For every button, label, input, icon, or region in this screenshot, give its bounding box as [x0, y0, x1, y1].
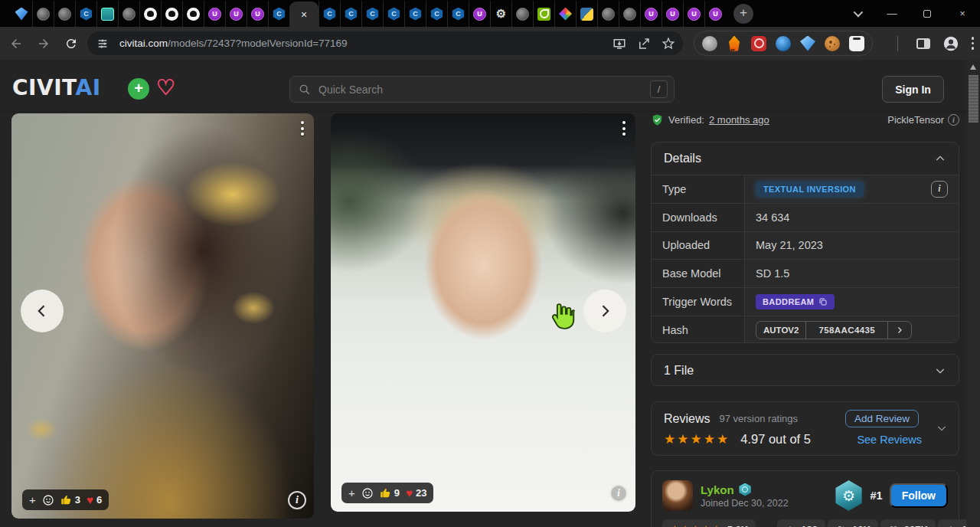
follow-button[interactable]: Follow	[890, 483, 948, 508]
type-info-icon[interactable]: i	[931, 181, 948, 198]
pinned-tab-gear[interactable]	[490, 1, 511, 27]
scrollbar-thumb[interactable]	[969, 75, 978, 123]
extension-jar-icon[interactable]	[849, 36, 864, 51]
pinned-tab-globe[interactable]	[118, 1, 139, 27]
pinned-tab-unity[interactable]	[683, 1, 704, 27]
extension-gem-blue-icon[interactable]	[800, 36, 815, 51]
restore-button[interactable]	[910, 0, 945, 27]
image-menu-icon[interactable]	[301, 121, 304, 136]
pinned-tab-globe[interactable]	[619, 1, 640, 27]
pinned-tab-civitai[interactable]	[383, 1, 404, 27]
copy-icon[interactable]	[818, 297, 828, 306]
verified-time-link[interactable]: 2 months ago	[709, 114, 769, 126]
new-tab-button[interactable]: +	[733, 4, 753, 24]
civitai-logo[interactable]: CIVITAI	[12, 75, 101, 100]
minimize-button[interactable]: —	[874, 0, 910, 27]
type-badge[interactable]: TEXTUAL INVERSION	[756, 182, 864, 197]
trigger-word-badge[interactable]: BADDREAM	[756, 294, 835, 309]
address-bar[interactable]: civitai.com/models/72437?modelVersionId=…	[87, 31, 683, 55]
pinned-tab-civitai[interactable]	[361, 1, 383, 27]
site-info-icon[interactable]	[96, 38, 109, 50]
smiley-icon[interactable]	[361, 487, 374, 499]
pinned-tab-unity[interactable]	[662, 1, 683, 27]
extension-record-red-icon[interactable]	[751, 36, 766, 51]
rank-hexagon-icon[interactable]: ⚙	[835, 480, 864, 511]
extension-planet-blue-icon[interactable]	[776, 36, 791, 51]
share-icon[interactable]	[637, 37, 651, 51]
pinned-tab-unity[interactable]	[225, 1, 247, 27]
add-reaction-plus-icon[interactable]: +	[29, 493, 36, 506]
pinned-tab-globe[interactable]	[54, 1, 75, 27]
image-menu-icon[interactable]	[622, 121, 626, 136]
pinned-tab-civitai[interactable]	[318, 1, 340, 27]
close-window-button[interactable]: ×	[945, 0, 980, 27]
pinned-tab-docs[interactable]	[96, 1, 118, 27]
page-scrollbar[interactable]	[967, 60, 980, 527]
pinned-tab-python[interactable]	[576, 1, 597, 27]
extension-flame-icon[interactable]: off	[727, 36, 742, 51]
pinned-tab-civitai[interactable]	[404, 1, 426, 27]
add-reaction-plus-icon[interactable]: +	[348, 486, 355, 499]
carousel-next-button[interactable]	[583, 290, 626, 332]
pinned-tab-civitai[interactable]	[75, 1, 96, 27]
pinned-tab-nvidia[interactable]	[533, 1, 554, 27]
add-review-button[interactable]: Add Review	[845, 410, 919, 427]
pinned-tab-civitai[interactable]	[426, 1, 447, 27]
pinned-tab-unity[interactable]	[640, 1, 662, 27]
bookmark-star-icon[interactable]	[662, 37, 675, 51]
reload-button[interactable]	[60, 32, 83, 55]
active-tab[interactable]: ×	[289, 2, 318, 27]
heart-reaction[interactable]: ♥ 23	[406, 486, 426, 499]
browser-menu-icon[interactable]	[972, 37, 975, 50]
pinned-tab-civitai[interactable]	[340, 1, 361, 27]
create-button[interactable]: +	[128, 78, 149, 100]
favorites-heart-icon[interactable]: ♡	[156, 75, 175, 100]
pinned-tab-unity[interactable]	[704, 1, 726, 27]
install-icon[interactable]	[612, 37, 626, 51]
profile-avatar-icon[interactable]	[942, 35, 959, 52]
creator-name-link[interactable]: Lykon	[701, 483, 734, 496]
url-text[interactable]: civitai.com/models/72437?modelVersionId=…	[119, 38, 348, 49]
extension-globe-gray-icon[interactable]	[702, 36, 717, 51]
creator-avatar[interactable]	[662, 480, 693, 511]
carousel-prev-button[interactable]	[21, 290, 64, 332]
scrollbar-up-arrow[interactable]	[970, 64, 976, 70]
search-input[interactable]: Quick Search /	[289, 76, 675, 103]
pinned-tab-github[interactable]	[182, 1, 204, 27]
tab-search-chevron-icon[interactable]	[839, 0, 874, 27]
side-panel-icon[interactable]	[916, 38, 930, 49]
pinned-tab-github[interactable]	[139, 1, 161, 27]
hash-value[interactable]: 758AAC4435	[805, 322, 888, 339]
hash-control[interactable]: AUTOV2 758AAC4435	[756, 321, 912, 339]
pinned-tab-globe[interactable]	[597, 1, 619, 27]
files-panel[interactable]: 1 File	[651, 354, 959, 386]
like-reaction[interactable]: 3	[60, 494, 80, 506]
pinned-tab-unity[interactable]	[204, 1, 225, 27]
forward-button[interactable]	[32, 32, 55, 55]
image-info-icon[interactable]: i	[609, 484, 628, 502]
hash-expand-button[interactable]	[888, 322, 911, 339]
pinned-tab-civitai[interactable]	[447, 1, 469, 27]
pinned-tab-github[interactable]	[161, 1, 182, 27]
pinned-tab-unity[interactable]	[469, 1, 490, 27]
back-button[interactable]	[5, 32, 28, 55]
chevron-down-icon[interactable]	[936, 422, 948, 434]
pinned-tab-civitai[interactable]	[268, 1, 289, 27]
see-reviews-link[interactable]: See Reviews	[857, 434, 922, 446]
format-info-icon[interactable]: i	[948, 114, 959, 126]
creator-stat-followers[interactable]: 10K	[828, 519, 878, 527]
pinned-tab-gem[interactable]	[11, 1, 32, 27]
creator-stat-likes[interactable]: 237K	[880, 519, 936, 527]
creator-rating-chip[interactable]: ★★★★★ 5.0K	[662, 519, 756, 527]
smiley-icon[interactable]	[42, 494, 54, 506]
pinned-tab-unity[interactable]	[247, 1, 268, 27]
image-info-icon[interactable]: i	[288, 491, 306, 509]
extension-cookie-icon[interactable]	[825, 36, 840, 51]
heart-reaction[interactable]: ♥ 6	[87, 493, 102, 506]
like-reaction[interactable]: 9	[380, 487, 400, 499]
creator-stat-uploads[interactable]: 198	[777, 519, 825, 527]
pinned-tab-globe[interactable]	[511, 1, 533, 27]
sign-in-button[interactable]: Sign In	[882, 76, 944, 103]
details-header[interactable]: Details	[652, 142, 959, 175]
pinned-tab-prism[interactable]	[554, 1, 576, 27]
